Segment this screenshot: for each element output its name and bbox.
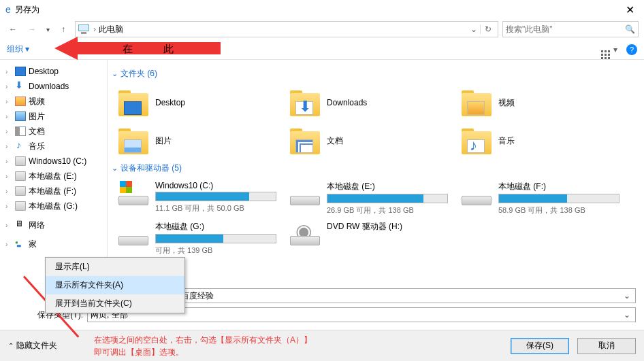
i-doc-icon [15, 126, 26, 136]
drive-item[interactable]: DVD RW 驱动器 (H:) [283, 218, 455, 258]
tree-item[interactable]: ›家 [0, 237, 107, 252]
recent-button[interactable]: ▾ [44, 22, 52, 37]
annotation-arrow: 在 此 [54, 39, 221, 58]
drive-icon [290, 181, 320, 205]
save-button[interactable]: 保存(S) [511, 338, 569, 354]
drive-free-text: 可用，共 139 GB [155, 245, 276, 256]
search-box[interactable]: 🔍 [502, 21, 639, 37]
chevron-right-icon: › [5, 143, 12, 150]
drive-name: Windows10 (C:) [155, 181, 276, 190]
drives-header[interactable]: ⌄ 设备和驱动器 (5) [112, 162, 644, 174]
back-button[interactable]: ← [5, 22, 20, 37]
tree-item-label: 文档 [29, 126, 45, 137]
context-menu-item[interactable]: 显示库(L) [46, 258, 184, 276]
chevron-down-icon: ⌄ [112, 164, 118, 173]
cancel-button[interactable]: 取消 [577, 338, 636, 354]
tree-item-label: 图片 [29, 111, 45, 122]
annotation-note: 在选项之间的空白处，右击，勾选【显示所有文件夹（A）】 即可调出【桌面】选项。 [94, 334, 312, 358]
folders-header[interactable]: ⌄ 文件夹 (6) [112, 68, 644, 80]
hide-folders-toggle[interactable]: ⌃ 隐藏文件夹 [8, 340, 57, 351]
drive-name: DVD RW 驱动器 (H:) [327, 221, 448, 233]
context-menu: 显示库(L)显示所有文件夹(A)展开到当前文件夹(C) [45, 257, 185, 313]
chevron-right-icon: › [5, 173, 12, 180]
capacity-bar [498, 194, 619, 203]
content-pane: ⌄ 文件夹 (6) DesktopDownloads视频图片文档音乐 ⌄ 设备和… [108, 60, 644, 283]
search-input[interactable] [506, 24, 625, 34]
tree-item[interactable]: ›网络 [0, 218, 107, 233]
i-dsk-icon [15, 156, 26, 166]
tree-item[interactable]: ›视频 [0, 94, 107, 109]
tree-item[interactable]: ›音乐 [0, 139, 107, 154]
folder-item[interactable]: 音乐 [455, 122, 626, 160]
chevron-down-icon[interactable]: ⌄ [622, 291, 632, 300]
chevron-right-icon: › [5, 68, 12, 75]
tree-item[interactable]: ›本地磁盘 (G:) [0, 199, 107, 213]
drive-name: 本地磁盘 (G:) [155, 221, 276, 233]
context-menu-item[interactable]: 展开到当前文件夹(C) [46, 294, 184, 313]
chevron-up-icon: ⌃ [8, 342, 14, 349]
capacity-bar [155, 234, 276, 243]
window-title: 另存为 [15, 4, 622, 16]
folder-item[interactable]: 视频 [455, 84, 626, 122]
drive-name: 本地磁盘 (F:) [498, 181, 619, 192]
i-dsk-icon [15, 201, 26, 211]
drive-icon [462, 181, 492, 205]
drive-item[interactable]: 本地磁盘 (F:)58.9 GB 可用，共 138 GB [455, 178, 626, 218]
tree-item-label: Windows10 (C:) [29, 156, 86, 166]
folder-item[interactable]: Downloads [283, 84, 455, 122]
close-button[interactable]: ✕ [622, 3, 639, 16]
i-mus-icon [15, 141, 26, 151]
drive-item[interactable]: Windows10 (C:)11.1 GB 可用，共 50.0 GB [112, 178, 283, 218]
folder-item[interactable]: 图片 [112, 122, 283, 160]
folder-label: 视频 [498, 97, 515, 109]
i-dl-icon [15, 82, 26, 91]
i-home-icon [15, 239, 26, 249]
folder-icon [462, 89, 492, 116]
chevron-down-icon: ⌄ [112, 69, 118, 78]
search-icon[interactable]: 🔍 [625, 24, 635, 34]
tree-item-label: 网络 [29, 220, 45, 231]
view-options-button[interactable]: ▾ [600, 45, 618, 54]
chevron-right-icon: › [5, 83, 12, 90]
organize-button[interactable]: 组织 ▾ [7, 44, 29, 55]
chevron-down-icon[interactable]: ⌄ [622, 310, 632, 320]
context-menu-item[interactable]: 显示所有文件夹(A) [46, 276, 184, 294]
folder-icon [290, 89, 320, 116]
refresh-button[interactable]: ↻ [480, 24, 495, 34]
tree-item[interactable]: ›本地磁盘 (E:) [0, 169, 107, 184]
help-button[interactable]: ? [626, 44, 637, 55]
tree-item[interactable]: ›文档 [0, 124, 107, 139]
chevron-right-icon: › [5, 128, 12, 135]
drive-item[interactable]: 本地磁盘 (G:)可用，共 139 GB [112, 218, 283, 258]
folder-item[interactable]: 文档 [283, 122, 455, 160]
i-dsk-icon [15, 171, 26, 181]
tree-item-label: 家 [29, 239, 37, 250]
tree-item[interactable]: ›Windows10 (C:) [0, 154, 107, 169]
forward-button: → [25, 22, 39, 37]
chevron-right-icon: › [5, 113, 12, 120]
drive-icon [118, 181, 148, 205]
folder-icon [118, 89, 148, 116]
folder-icon [290, 127, 320, 154]
folder-label: Desktop [155, 98, 185, 107]
drive-name: 本地磁盘 (E:) [327, 181, 448, 192]
tree-item[interactable]: ›图片 [0, 109, 107, 124]
tree-item-label: Desktop [29, 67, 59, 76]
tree-item-label: 本地磁盘 (G:) [29, 201, 78, 212]
drive-item[interactable]: 本地磁盘 (E:)26.9 GB 可用，共 138 GB [283, 178, 455, 218]
breadcrumb-this-pc[interactable]: 此电脑 [96, 22, 126, 37]
drive-icon [118, 221, 148, 245]
tree-item-label: 视频 [29, 96, 45, 107]
tree-item[interactable]: ›Downloads [0, 79, 107, 94]
folder-label: 图片 [155, 135, 172, 147]
address-dropdown[interactable]: ⌄ [468, 24, 480, 34]
tree-item[interactable]: ›本地磁盘 (F:) [0, 184, 107, 199]
up-button[interactable]: ↑ [56, 22, 71, 37]
folder-item[interactable]: Desktop [112, 84, 283, 122]
chevron-right-icon: › [5, 158, 12, 165]
drive-free-text: 11.1 GB 可用，共 50.0 GB [155, 203, 276, 213]
chevron-right-icon: › [5, 98, 12, 105]
tree-item-label: Downloads [29, 82, 69, 91]
tree-item[interactable]: ›Desktop [0, 64, 107, 79]
address-bar[interactable]: › 此电脑 ⌄ ↻ [75, 21, 498, 37]
